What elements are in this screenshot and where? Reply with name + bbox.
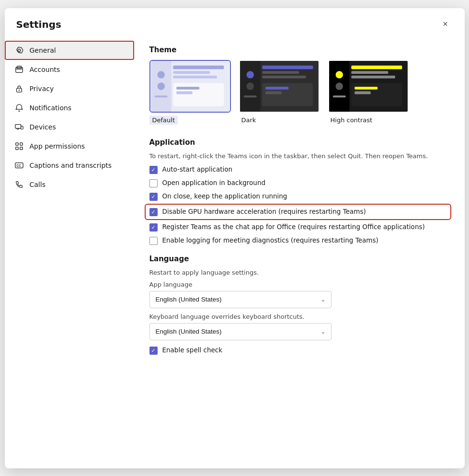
svg-rect-34 <box>265 91 282 94</box>
phone-icon <box>14 180 24 189</box>
svg-rect-37 <box>351 65 402 69</box>
theme-options-row: Default <box>149 60 449 125</box>
application-section: Application To restart, right-click the … <box>149 138 449 245</box>
svg-rect-33 <box>265 86 288 89</box>
checkbox-open-background-input[interactable] <box>149 179 158 187</box>
checkbox-disable-gpu-input[interactable] <box>149 208 158 216</box>
svg-rect-28 <box>262 75 306 78</box>
language-section: Language Restart to apply language setti… <box>149 255 449 355</box>
checkbox-spell-check-input[interactable] <box>149 347 158 355</box>
theme-section: Theme <box>149 46 449 125</box>
theme-option-default[interactable]: Default <box>149 60 231 125</box>
sidebar-label-notifications: Notifications <box>30 104 72 112</box>
checkbox-enable-logging: Enable logging for meeting diagnostics (… <box>149 236 449 245</box>
checkbox-enable-logging-label: Enable logging for meeting diagnostics (… <box>162 236 378 244</box>
gear-icon <box>14 46 24 55</box>
theme-section-title: Theme <box>149 46 449 54</box>
svg-rect-8 <box>20 142 22 145</box>
theme-label-default: Default <box>149 116 178 125</box>
language-section-title: Language <box>149 255 449 263</box>
checkbox-register-teams: Register Teams as the chat app for Offic… <box>149 223 449 232</box>
app-language-select[interactable]: English (United States) French (France) … <box>149 291 332 308</box>
sidebar-item-accounts[interactable]: Accounts <box>5 60 134 79</box>
sidebar-label-captions: Captions and transcripts <box>30 162 112 169</box>
svg-rect-38 <box>351 71 388 74</box>
svg-rect-5 <box>15 124 21 128</box>
theme-preview-default <box>149 60 231 113</box>
svg-point-18 <box>157 71 164 78</box>
checkbox-register-teams-label: Register Teams as the chat app for Offic… <box>162 223 425 231</box>
sidebar-item-notifications[interactable]: Notifications <box>5 98 134 117</box>
checkbox-enable-logging-input[interactable] <box>149 237 158 245</box>
svg-point-19 <box>157 82 164 90</box>
checkbox-open-background: Open application in background <box>149 179 449 187</box>
sidebar-label-devices: Devices <box>30 123 56 131</box>
keyboard-language-select[interactable]: English (United States) French (France) … <box>149 323 332 340</box>
svg-rect-27 <box>262 71 299 74</box>
language-desc: Restart to apply language settings. <box>149 269 449 276</box>
svg-point-4 <box>18 90 19 91</box>
sidebar-item-devices[interactable]: Devices <box>5 117 134 137</box>
cc-icon: CC <box>14 161 24 170</box>
checkbox-disable-gpu-label: Disable GPU hardware acceleration (requi… <box>162 208 366 215</box>
svg-point-40 <box>335 71 343 78</box>
sidebar-label-app-permissions: App permissions <box>30 142 85 150</box>
lock-icon <box>14 84 24 93</box>
svg-rect-16 <box>173 71 210 74</box>
theme-option-high-contrast[interactable]: High contrast <box>328 60 409 125</box>
sidebar-label-calls: Calls <box>30 181 46 188</box>
theme-label-dark: Dark <box>239 116 259 125</box>
svg-rect-9 <box>15 147 18 149</box>
checkbox-on-close-keep-input[interactable] <box>149 193 158 201</box>
keyboard-language-select-wrapper: English (United States) French (France) … <box>149 323 332 340</box>
checkbox-on-close-keep-label: On close, keep the application running <box>162 192 287 200</box>
theme-option-dark[interactable]: Dark <box>239 60 320 125</box>
theme-label-hc: High contrast <box>328 116 376 125</box>
checkbox-auto-start: Auto-start application <box>149 165 449 174</box>
checkbox-auto-start-label: Auto-start application <box>162 165 233 173</box>
svg-rect-42 <box>332 95 345 97</box>
svg-point-41 <box>335 82 343 90</box>
svg-point-29 <box>246 71 253 78</box>
svg-rect-32 <box>262 83 313 106</box>
svg-point-30 <box>246 82 253 90</box>
grid-icon <box>14 141 24 151</box>
person-icon <box>14 65 24 74</box>
svg-rect-45 <box>355 91 371 94</box>
checkbox-spell-check: Enable spell check <box>149 346 449 355</box>
bell-icon <box>14 103 24 113</box>
svg-rect-22 <box>176 86 199 89</box>
sidebar-label-privacy: Privacy <box>30 85 54 93</box>
svg-rect-6 <box>21 126 23 129</box>
svg-rect-20 <box>154 95 167 97</box>
checkbox-register-teams-input[interactable] <box>149 223 158 232</box>
sidebar-label-general: General <box>30 46 56 54</box>
checkbox-open-background-label: Open application in background <box>162 179 266 186</box>
svg-rect-26 <box>262 65 313 69</box>
keyboard-language-label: Keyboard language overrides keyboard sho… <box>149 313 449 320</box>
devices-icon <box>14 122 24 132</box>
close-button[interactable]: × <box>438 17 453 32</box>
app-language-label: App language <box>149 281 449 288</box>
sidebar-item-general[interactable]: General <box>5 41 134 60</box>
svg-text:CC: CC <box>16 164 21 167</box>
dialog-body: General Accounts <box>5 37 465 468</box>
svg-rect-39 <box>351 75 395 78</box>
svg-rect-7 <box>15 142 18 145</box>
sidebar: General Accounts <box>5 37 134 468</box>
main-content: Theme <box>134 37 465 468</box>
sidebar-item-captions[interactable]: CC Captions and transcripts <box>5 156 134 175</box>
checkbox-spell-check-label: Enable spell check <box>162 346 223 354</box>
sidebar-item-calls[interactable]: Calls <box>5 175 134 194</box>
svg-rect-15 <box>173 65 224 69</box>
svg-rect-23 <box>176 91 193 94</box>
checkbox-disable-gpu: Disable GPU hardware acceleration (requi… <box>147 206 449 218</box>
svg-rect-44 <box>355 86 377 89</box>
svg-rect-31 <box>243 95 256 97</box>
sidebar-item-app-permissions[interactable]: App permissions <box>5 137 134 156</box>
checkbox-auto-start-input[interactable] <box>149 166 158 174</box>
sidebar-item-privacy[interactable]: Privacy <box>5 79 134 98</box>
application-section-title: Application <box>149 138 449 147</box>
svg-rect-43 <box>351 83 402 106</box>
sidebar-label-accounts: Accounts <box>30 66 60 73</box>
